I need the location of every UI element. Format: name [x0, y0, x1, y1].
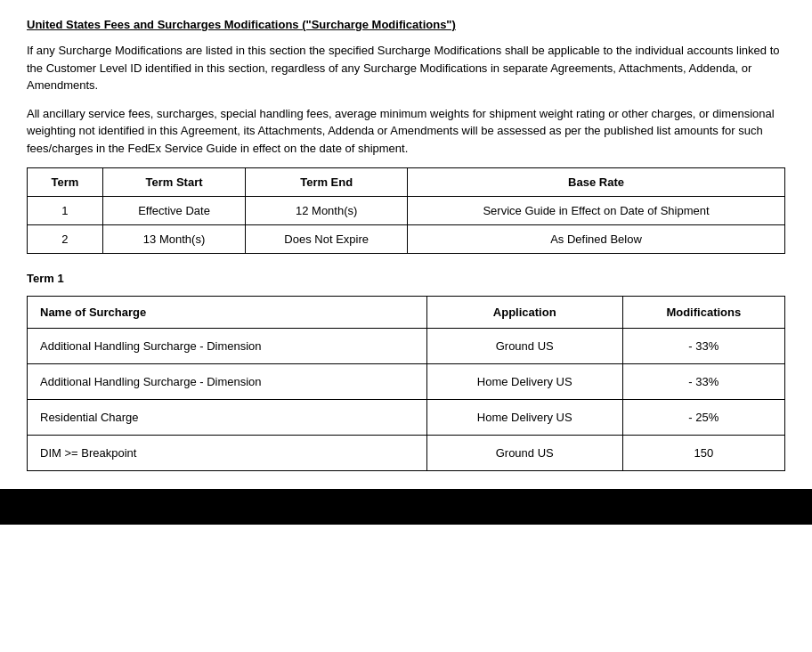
application-cell: Ground US — [426, 329, 622, 364]
modifications-cell: - 33% — [622, 329, 784, 364]
term-end-cell: Does Not Expire — [246, 225, 408, 254]
surcharge-row: DIM >= BreakpointGround US150 — [28, 436, 785, 471]
paragraph-2: All ancillary service fees, surcharges, … — [27, 105, 785, 158]
surcharge-name-cell: Additional Handling Surcharge - Dimensio… — [28, 364, 427, 400]
term-start-cell: 13 Month(s) — [102, 225, 246, 254]
surcharge-name-cell: DIM >= Breakpoint — [28, 436, 427, 471]
paragraph-1: If any Surcharge Modifications are liste… — [27, 42, 785, 94]
term-start-col-header: Term Start — [102, 168, 246, 197]
modifications-cell: - 25% — [622, 400, 784, 436]
term-table: Term Term Start Term End Base Rate 1Effe… — [27, 167, 785, 254]
surcharge-name-col-header: Name of Surcharge — [28, 297, 427, 329]
term-cell: 1 — [28, 197, 103, 225]
surcharge-name-cell: Additional Handling Surcharge - Dimensio… — [28, 329, 427, 364]
black-bar — [0, 489, 812, 525]
surcharge-table: Name of Surcharge Application Modificati… — [27, 296, 785, 471]
application-col-header: Application — [426, 297, 622, 329]
application-cell: Home Delivery US — [426, 364, 622, 400]
term1-label: Term 1 — [27, 272, 785, 285]
application-cell: Home Delivery US — [426, 400, 622, 436]
modifications-col-header: Modifications — [622, 297, 784, 329]
surcharge-row: Residential ChargeHome Delivery US- 25% — [28, 400, 785, 436]
application-cell: Ground US — [426, 436, 622, 471]
term-start-cell: Effective Date — [102, 197, 246, 225]
term-end-col-header: Term End — [246, 168, 408, 197]
modifications-cell: 150 — [622, 436, 784, 471]
page-title: United States Fees and Surcharges Modifi… — [27, 18, 785, 31]
term-end-cell: 12 Month(s) — [246, 197, 408, 225]
surcharge-row: Additional Handling Surcharge - Dimensio… — [28, 329, 785, 364]
base-rate-cell: As Defined Below — [408, 225, 785, 254]
term-col-header: Term — [28, 168, 103, 197]
surcharge-name-cell: Residential Charge — [28, 400, 427, 436]
table-row: 213 Month(s)Does Not ExpireAs Defined Be… — [28, 225, 785, 254]
surcharge-row: Additional Handling Surcharge - Dimensio… — [28, 364, 785, 400]
term-cell: 2 — [28, 225, 103, 254]
base-rate-col-header: Base Rate — [408, 168, 785, 197]
base-rate-cell: Service Guide in Effect on Date of Shipm… — [408, 197, 785, 225]
table-row: 1Effective Date12 Month(s)Service Guide … — [28, 197, 785, 225]
modifications-cell: - 33% — [622, 364, 784, 400]
